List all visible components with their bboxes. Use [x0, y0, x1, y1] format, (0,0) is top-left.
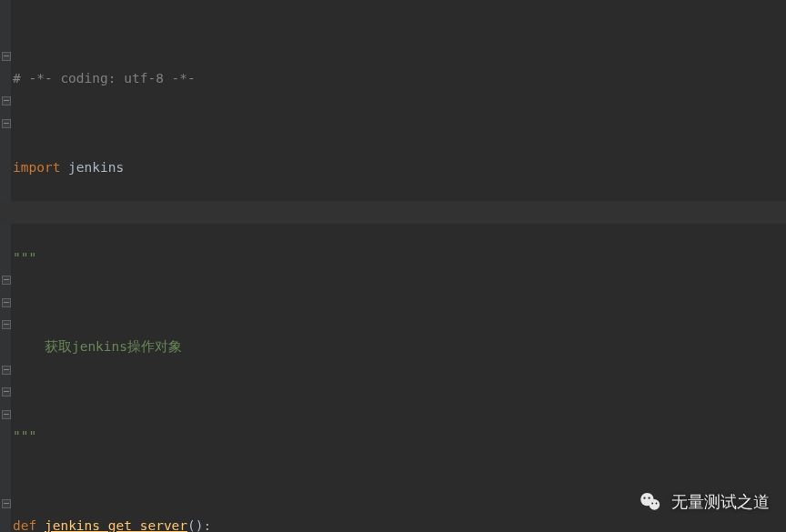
docstring: 获取jenkins操作对象 [13, 339, 182, 354]
svg-point-3 [648, 497, 650, 499]
code-editor[interactable]: # -*- coding: utf-8 -*- import jenkins "… [0, 0, 786, 532]
code-line[interactable]: # -*- coding: utf-8 -*- [13, 67, 786, 90]
code-line[interactable]: def jenkins_get_server(): [13, 515, 786, 532]
fold-marker[interactable] [2, 298, 11, 307]
code-area[interactable]: # -*- coding: utf-8 -*- import jenkins "… [13, 0, 786, 532]
fold-marker[interactable] [2, 410, 11, 419]
keyword-def: def [13, 518, 36, 532]
fold-marker[interactable] [2, 52, 11, 61]
func-name: jenkins_get_server [45, 518, 187, 532]
fold-marker[interactable] [2, 387, 11, 396]
fold-marker[interactable] [2, 119, 11, 128]
svg-point-2 [643, 497, 645, 499]
fold-marker[interactable] [2, 366, 11, 375]
fold-marker[interactable] [2, 276, 11, 285]
fold-marker[interactable] [2, 320, 11, 329]
code-line[interactable]: """ [13, 246, 786, 269]
svg-point-5 [656, 503, 658, 505]
code-line[interactable]: 获取jenkins操作对象 [13, 336, 786, 358]
module-name: jenkins [60, 160, 124, 175]
code-line[interactable]: import jenkins [13, 156, 786, 179]
watermark: 无量测试之道 [639, 490, 770, 514]
punct: (): [187, 518, 211, 532]
watermark-text: 无量测试之道 [671, 491, 770, 514]
comment: # -*- coding: utf-8 -*- [13, 71, 196, 85]
fold-marker[interactable] [2, 499, 11, 508]
docstring: """ [13, 250, 36, 265]
svg-point-1 [650, 499, 660, 510]
keyword-import: import [13, 160, 60, 175]
gutter [0, 0, 11, 532]
code-line[interactable]: """ [13, 425, 786, 447]
docstring: """ [13, 428, 36, 443]
fold-marker[interactable] [2, 96, 11, 105]
wechat-icon [639, 490, 662, 514]
svg-point-4 [651, 503, 653, 505]
